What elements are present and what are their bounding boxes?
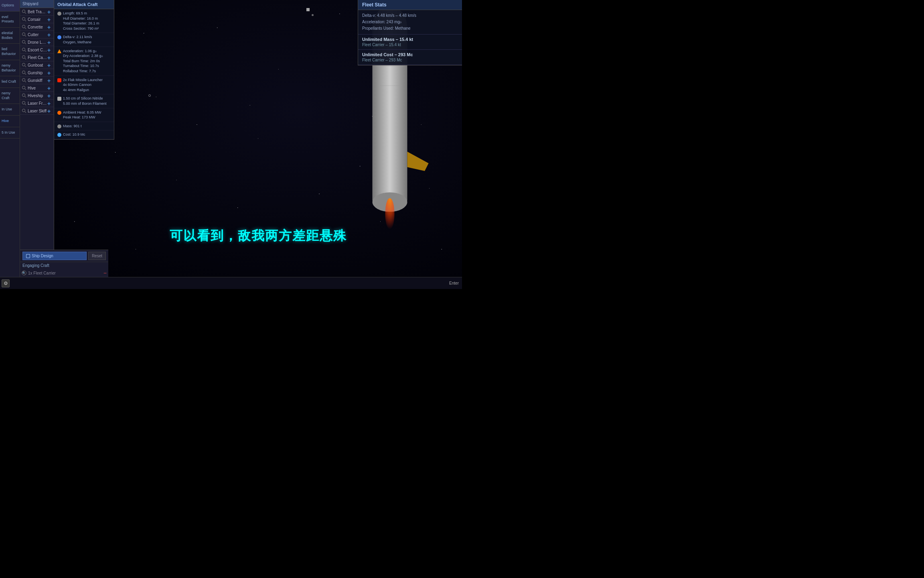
svg-line-27 <box>25 112 26 113</box>
info-text: Cost: 10.9 Mc <box>63 132 85 137</box>
svg-point-12 <box>22 56 25 59</box>
svg-line-23 <box>25 96 26 98</box>
info-text: Ambient Heat: 8.05 MW Peak Heat: 173 MW <box>63 110 101 120</box>
sidebar-item-enemy-craft[interactable]: nemy Craft <box>0 88 20 104</box>
search-icon: 🔍 <box>22 271 26 275</box>
ship-name-label: Corvette <box>28 25 47 29</box>
add-ship-icon[interactable]: + <box>47 70 52 75</box>
fleet-stat-sub: Fleet Carrier – 293 Mc <box>362 58 458 62</box>
ship-design-label: Ship Design <box>32 254 53 258</box>
add-ship-icon[interactable]: + <box>47 101 52 106</box>
svg-point-22 <box>22 94 25 97</box>
svg-line-1 <box>25 12 26 14</box>
svg-line-17 <box>25 73 26 75</box>
fleet-stats-header: Fleet Stats <box>358 0 462 10</box>
ship-list-item[interactable]: Hive + <box>20 84 54 92</box>
add-ship-icon[interactable]: + <box>47 93 52 98</box>
svg-point-4 <box>22 25 25 28</box>
ship-list-item[interactable]: Laser Frigate + <box>20 100 54 107</box>
ship-design-button[interactable]: Ship Design <box>22 252 87 260</box>
search-icon <box>22 63 26 67</box>
search-icon <box>22 40 26 45</box>
info-text: Delta-v: 2.11 km/s Oxygen, Methane <box>63 35 92 45</box>
info-row: 1.50 cm of Silicon Nitride 5.00 mm of Bo… <box>54 94 114 108</box>
sidebar-item-in-use[interactable]: In Use <box>0 104 20 116</box>
info-panel-rows: Length: 69.5 m Hull Diameter: 16.0 m Tot… <box>54 9 114 139</box>
add-ship-icon[interactable]: + <box>47 24 52 29</box>
ship-list-item[interactable]: Corvette + <box>20 23 54 31</box>
sidebar-item-hive[interactable]: Hive <box>0 116 20 127</box>
svg-point-24 <box>22 102 25 104</box>
ship-list-item[interactable]: Fleet Carrier + <box>20 54 54 61</box>
ship-list-item[interactable]: Gunskiff + <box>20 77 54 84</box>
moon-small <box>312 14 314 16</box>
ship-list-item[interactable]: Laser Skiff + <box>20 107 54 115</box>
sidebar-item-options[interactable]: Options <box>0 0 20 12</box>
ship-list-item[interactable]: Gunship + <box>20 69 54 77</box>
svg-point-26 <box>22 109 25 112</box>
ship-name-label: Hiveship <box>28 94 47 98</box>
svg-point-14 <box>22 63 25 66</box>
svg-line-13 <box>25 58 26 59</box>
info-row: Mass: 901 t <box>54 122 114 131</box>
add-ship-icon[interactable]: + <box>47 17 52 22</box>
ship-name-label: Gunboat <box>28 63 47 67</box>
ship-list-panel: Shipyard Belt Trawler Copy + Corsair + C… <box>20 0 54 277</box>
ship-name-label: Gunskiff <box>28 78 47 83</box>
ship-name-label: Gunship <box>28 71 47 75</box>
ship-name-label: Drone Lancer <box>28 40 47 45</box>
sidebar-item-celestial-bodies[interactable]: elestial Bodies <box>0 28 20 44</box>
reset-button[interactable]: Reset <box>88 252 106 260</box>
search-icon <box>22 70 26 75</box>
ship-list-item[interactable]: Hiveship + <box>20 92 54 100</box>
chinese-subtitle: 可以看到，敌我两方差距悬殊 <box>170 227 347 245</box>
fleet-stat-sub: Fleet Carrier – 15.4 kt <box>362 43 458 47</box>
add-ship-icon[interactable]: + <box>47 32 52 37</box>
ship-list-item[interactable]: Gunboat + <box>20 61 54 69</box>
svg-line-5 <box>25 28 26 29</box>
add-ship-icon[interactable]: + <box>47 9 52 14</box>
ship-list-item[interactable]: Cutter + <box>20 31 54 39</box>
shield-icon <box>57 97 61 101</box>
search-icon <box>22 17 26 22</box>
ship-list-item[interactable]: Drone Lancer + <box>20 39 54 46</box>
info-row: Cost: 10.9 Mc <box>54 130 114 139</box>
sidebar-item-allied-behavior[interactable]: lied Behavior <box>0 44 20 60</box>
sidebar-item-enemy-behavior[interactable]: nemy Behavior <box>0 60 20 76</box>
sidebar-item-5-in-use[interactable]: 5 In Use <box>0 127 20 139</box>
add-ship-icon[interactable]: + <box>47 78 52 83</box>
ship-design-icon <box>26 254 30 258</box>
sidebar-item-allied-craft[interactable]: lied Craft <box>0 76 20 88</box>
ship-list-item[interactable]: Belt Trawler Copy + <box>20 8 54 16</box>
add-ship-icon[interactable]: + <box>47 55 52 60</box>
engaging-section: Engaging Craft <box>20 262 108 269</box>
svg-point-2 <box>22 18 25 20</box>
ship-name-label: Hive <box>28 86 47 90</box>
add-ship-icon[interactable]: + <box>47 47 52 52</box>
svg-line-21 <box>25 89 26 90</box>
engaging-item[interactable]: 🔍 1x Fleet Carrier − <box>20 269 108 277</box>
svg-line-11 <box>25 51 26 52</box>
info-row: Acceleration: 1.06 g₀ Dry Acceleration: … <box>54 47 114 76</box>
ship-list-item[interactable]: Corsair + <box>20 16 54 23</box>
search-icon <box>22 108 26 113</box>
taskbar-end-label: Enter <box>449 281 459 285</box>
search-icon <box>22 93 26 98</box>
sidebar-item-level-presets[interactable]: evel Presets <box>0 12 20 28</box>
add-ship-icon[interactable]: + <box>47 108 52 113</box>
add-ship-icon[interactable]: + <box>47 63 52 67</box>
engaging-label: Engaging Craft <box>22 263 49 268</box>
svg-marker-32 <box>407 152 429 171</box>
ship-list-item[interactable]: Escort Carrier + <box>20 46 54 54</box>
info-row: 2x Flak Missile Launcher 4x 60mm Cannon … <box>54 76 114 95</box>
ship-list-items: Belt Trawler Copy + Corsair + Corvette +… <box>20 8 54 115</box>
info-row: Ambient Heat: 8.05 MW Peak Heat: 173 MW <box>54 108 114 122</box>
settings-gear-icon[interactable]: ⚙ <box>2 279 10 287</box>
info-text: 2x Flak Missile Launcher 4x 60mm Cannon … <box>63 77 103 93</box>
minus-icon[interactable]: − <box>103 270 107 276</box>
search-icon <box>22 47 26 52</box>
add-ship-icon[interactable]: + <box>47 85 52 90</box>
add-ship-icon[interactable]: + <box>47 40 52 45</box>
fleet-stat-section: Unlimited Cost – 293 Mc Fleet Carrier – … <box>358 50 462 65</box>
orange-icon <box>57 49 61 53</box>
